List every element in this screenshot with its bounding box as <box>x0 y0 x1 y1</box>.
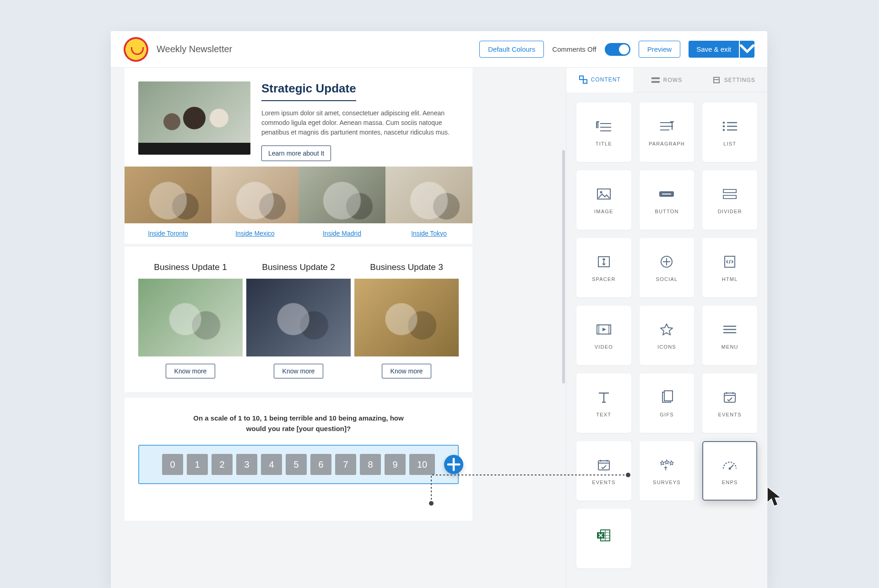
editor-window: Weekly Newsletter Default Colours Commen… <box>111 31 767 588</box>
email-canvas[interactable]: Strategic Update Lorem ipsum dolor sit a… <box>125 68 472 521</box>
city-item[interactable]: Inside Madrid <box>298 167 385 237</box>
tile-button[interactable]: BUTTON <box>640 170 695 230</box>
tab-content[interactable]: CONTENT <box>566 68 633 92</box>
tile-label: TEXT <box>596 412 611 417</box>
rating-option[interactable]: 3 <box>236 454 257 475</box>
tile-label: PARAGRAPH <box>649 141 685 146</box>
city-link[interactable]: Inside Mexico <box>235 230 275 237</box>
rating-block[interactable]: On a scale of 1 to 10, 1 being terrible … <box>125 395 472 502</box>
biz-thumb[interactable] <box>246 279 351 356</box>
tile-icons[interactable]: ICONS <box>640 306 695 365</box>
city-thumb[interactable] <box>298 167 385 223</box>
city-link[interactable]: Inside Toronto <box>148 230 188 237</box>
content-icon <box>579 76 587 84</box>
city-item[interactable]: Inside Tokyo <box>385 167 472 237</box>
events-icon <box>594 457 614 473</box>
know-more-button[interactable]: Know more <box>382 364 432 378</box>
tile-paragraph[interactable]: PARAGRAPH <box>640 102 695 162</box>
biz-title[interactable]: Business Update 2 <box>246 262 351 272</box>
tile-gifs[interactable]: GIFS <box>640 373 695 433</box>
biz-title[interactable]: Business Update 3 <box>354 262 459 272</box>
tile-video[interactable]: VIDEO <box>576 306 631 365</box>
svg-point-2 <box>723 129 725 131</box>
know-more-button[interactable]: Know more <box>274 364 324 378</box>
canvas-area[interactable]: Strategic Update Lorem ipsum dolor sit a… <box>111 68 566 588</box>
rating-scale-row[interactable]: 0 1 2 3 4 5 6 7 8 9 10 <box>138 445 459 484</box>
preview-button[interactable]: Preview <box>639 41 680 58</box>
surveys-icon <box>657 457 677 473</box>
rating-option[interactable]: 1 <box>187 454 208 475</box>
social-icon <box>657 254 677 270</box>
tile-spacer[interactable]: SPACER <box>576 238 631 297</box>
tile-list[interactable]: LIST <box>702 102 757 162</box>
events-icon <box>720 389 740 405</box>
tab-rows[interactable]: ROWS <box>633 68 700 92</box>
content-tile-grid: TITLE PARAGRAPH LIST <box>566 92 767 587</box>
rating-question[interactable]: On a scale of 1 to 10, 1 being terrible … <box>189 413 408 434</box>
biz-item[interactable]: Business Update 1 Know more <box>138 262 243 378</box>
biz-item[interactable]: Business Update 3 Know more <box>354 262 459 378</box>
save-dropdown-caret[interactable] <box>740 41 754 58</box>
learn-more-button[interactable]: Learn more about It <box>261 146 331 161</box>
star-icon <box>657 321 677 338</box>
tab-settings[interactable]: SETTINGS <box>700 68 767 92</box>
rating-option[interactable]: 0 <box>162 454 183 475</box>
svg-point-1 <box>723 125 725 128</box>
know-more-button[interactable]: Know more <box>166 364 216 378</box>
document-title: Weekly Newsletter <box>157 44 232 54</box>
brand-logo <box>124 37 148 62</box>
canvas-scrollbar[interactable] <box>562 150 565 383</box>
strategic-title[interactable]: Strategic Update <box>261 81 356 101</box>
comments-toggle[interactable] <box>605 43 630 56</box>
strategic-block[interactable]: Strategic Update Lorem ipsum dolor sit a… <box>125 68 472 247</box>
inside-cities-row: Inside Toronto Inside Mexico Inside Madr… <box>125 167 472 237</box>
add-block-fab[interactable] <box>444 455 463 474</box>
tile-title[interactable]: TITLE <box>576 102 631 162</box>
city-thumb[interactable] <box>385 167 472 223</box>
rating-option[interactable]: 6 <box>310 454 331 475</box>
business-block[interactable]: Business Update 1 Know more Business Upd… <box>125 247 472 395</box>
rating-option[interactable]: 7 <box>335 454 356 475</box>
biz-title[interactable]: Business Update 1 <box>138 262 243 272</box>
tile-divider[interactable]: DIVIDER <box>702 170 757 230</box>
tile-social[interactable]: SOCIAL <box>640 238 695 297</box>
sidebar-tabs: CONTENT ROWS SETTINGS <box>566 68 767 92</box>
biz-thumb[interactable] <box>354 279 459 356</box>
biz-thumb[interactable] <box>138 279 243 356</box>
city-link[interactable]: Inside Tokyo <box>411 230 447 237</box>
save-exit-button[interactable]: Save & exit <box>689 41 739 58</box>
tile-label: SPACER <box>592 276 616 282</box>
svg-point-0 <box>723 122 725 124</box>
tile-excel[interactable] <box>576 509 631 568</box>
tile-menu[interactable]: MENU <box>702 306 757 365</box>
rating-option[interactable]: 4 <box>261 454 282 475</box>
tile-label: MENU <box>722 344 738 350</box>
city-thumb[interactable] <box>212 167 298 223</box>
rating-option[interactable]: 9 <box>385 454 406 475</box>
rating-option[interactable]: 2 <box>212 454 233 475</box>
biz-item[interactable]: Business Update 2 Know more <box>246 262 351 378</box>
tile-html[interactable]: HTML <box>702 238 757 297</box>
rating-option[interactable]: 5 <box>286 454 307 475</box>
rating-option[interactable]: 8 <box>360 454 381 475</box>
tile-surveys[interactable]: SURVEYS <box>640 441 695 501</box>
title-icon <box>594 118 614 135</box>
tile-text[interactable]: TEXT <box>576 373 631 433</box>
list-icon <box>720 118 740 135</box>
tile-enps[interactable]: ENPS <box>702 441 757 501</box>
tile-events[interactable]: EVENTS <box>702 373 757 433</box>
city-item[interactable]: Inside Toronto <box>125 167 212 237</box>
tile-events-2[interactable]: EVENTS <box>576 441 631 501</box>
settings-icon <box>712 76 721 84</box>
city-thumb[interactable] <box>125 167 212 223</box>
strategic-hero-image[interactable] <box>138 81 250 155</box>
default-colours-button[interactable]: Default Colours <box>479 41 544 58</box>
button-icon <box>657 186 677 202</box>
menu-icon <box>720 321 740 338</box>
strategic-body[interactable]: Lorem ipsum dolor sit amet, consectetuer… <box>261 108 459 137</box>
rating-option[interactable]: 10 <box>409 454 435 475</box>
text-icon <box>594 389 614 405</box>
tile-image[interactable]: IMAGE <box>576 170 631 230</box>
city-item[interactable]: Inside Mexico <box>212 167 298 237</box>
city-link[interactable]: Inside Madrid <box>323 230 361 237</box>
